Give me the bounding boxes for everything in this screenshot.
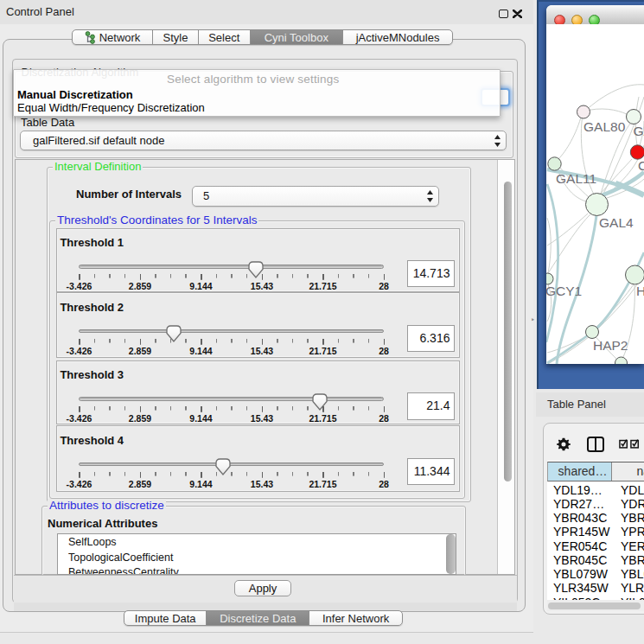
svg-text:GA: GA: [634, 124, 644, 138]
svg-text:H: H: [636, 284, 644, 298]
svg-text:GAL11: GAL11: [556, 171, 596, 186]
svg-text:HAP2: HAP2: [593, 338, 628, 353]
svg-text:GAL4: GAL4: [599, 215, 634, 230]
svg-text:GCY1: GCY1: [546, 284, 582, 298]
svg-text:C: C: [638, 158, 644, 173]
svg-text:GAL80: GAL80: [583, 119, 626, 134]
